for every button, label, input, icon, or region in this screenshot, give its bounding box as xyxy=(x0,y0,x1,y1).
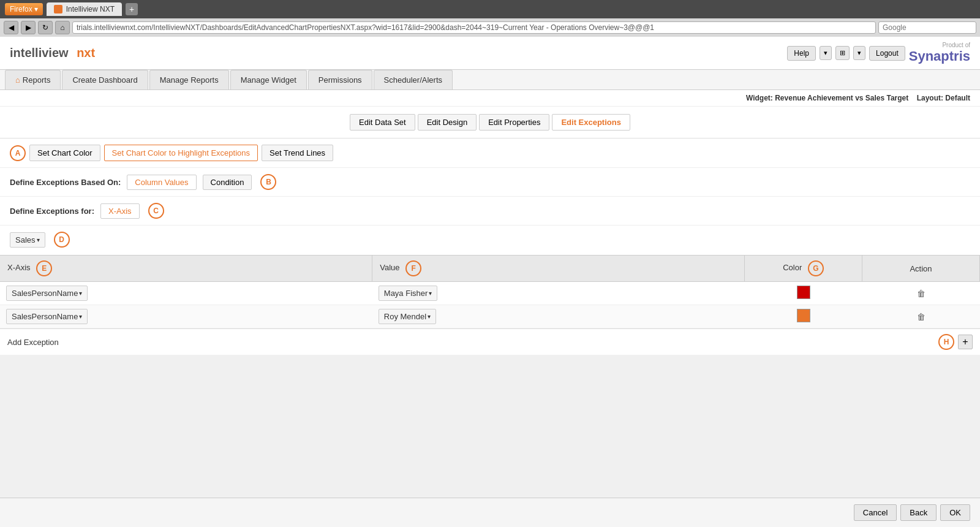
define-for-row: Define Exceptions for: X-Axis C xyxy=(0,197,980,226)
value-dropdown-2[interactable]: Roy Mendel ▾ xyxy=(379,309,436,324)
brand-name: Synaptris xyxy=(909,48,970,64)
reload-button[interactable]: ↻ xyxy=(38,21,53,34)
search-input[interactable] xyxy=(878,21,976,34)
tab-reports[interactable]: ⌂ Reports xyxy=(5,70,61,89)
xaxis-arrow-2: ▾ xyxy=(79,313,82,320)
edit-properties-tab[interactable]: Edit Properties xyxy=(479,114,549,131)
tab-permissions[interactable]: Permissions xyxy=(308,70,372,89)
forward-button[interactable]: ▶ xyxy=(21,21,36,34)
tab-create-dashboard-label: Create Dashboard xyxy=(72,75,137,85)
delete-button-2[interactable]: 🗑 xyxy=(917,312,925,322)
browser-chrome: Firefox ▾ Intelliview NXT + xyxy=(0,0,980,18)
xaxis-dropdown-1[interactable]: SalesPersonName ▾ xyxy=(6,286,88,301)
edit-dataset-label: Edit Data Set xyxy=(359,118,406,127)
browser-tab[interactable]: Intelliview NXT xyxy=(47,2,122,16)
logo: intelliview nxt xyxy=(10,46,95,60)
color-cell-1 xyxy=(745,282,862,305)
value-cell-2: Roy Mendel ▾ xyxy=(372,305,745,328)
tab-title: Intelliview NXT xyxy=(66,5,115,13)
annotation-h: H xyxy=(938,334,954,350)
firefox-dropdown-arrow: ▾ xyxy=(34,5,38,13)
layout-value: Default xyxy=(945,94,970,102)
address-bar-row: ◀ ▶ ↻ ⌂ xyxy=(0,18,980,37)
condition-button[interactable]: Condition xyxy=(203,175,252,190)
xaxis-cell-2: SalesPersonName ▾ xyxy=(0,305,372,328)
xaxis-value-2: SalesPersonName xyxy=(12,312,78,321)
value-arrow-1: ▾ xyxy=(429,290,432,297)
tab-scheduler-alerts[interactable]: Scheduler/Alerts xyxy=(374,70,453,89)
col-xaxis-label: X-Axis xyxy=(7,263,31,272)
help-label: Help xyxy=(794,49,809,58)
add-exception-button[interactable]: + xyxy=(958,335,973,349)
edit-dataset-tab[interactable]: Edit Data Set xyxy=(350,114,415,131)
grid-dropdown-button[interactable]: ▾ xyxy=(853,46,865,60)
new-tab-button[interactable]: + xyxy=(126,3,138,15)
tab-reports-label: Reports xyxy=(23,75,51,85)
nav-tabs: ⌂ Reports Create Dashboard Manage Report… xyxy=(0,70,980,90)
widget-info: Widget: Revenue Achievement vs Sales Tar… xyxy=(0,90,980,107)
column-values-label: Column Values xyxy=(135,178,188,187)
synaptris-logo: Product of Synaptris xyxy=(909,42,970,64)
logout-button[interactable]: Logout xyxy=(869,46,905,61)
xaxis-value-1: SalesPersonName xyxy=(12,289,78,298)
help-button[interactable]: Help xyxy=(787,46,816,61)
tab-scheduler-alerts-label: Scheduler/Alerts xyxy=(384,75,442,85)
tab-create-dashboard[interactable]: Create Dashboard xyxy=(62,70,148,89)
xaxis-arrow-1: ▾ xyxy=(79,290,82,297)
highlight-exceptions-button[interactable]: Set Chart Color to Highlight Exceptions xyxy=(104,145,258,161)
product-of-text: Product of xyxy=(942,42,970,48)
sales-label: Sales xyxy=(15,235,36,245)
col-action-label: Action xyxy=(910,264,932,273)
x-axis-button[interactable]: X-Axis xyxy=(100,203,140,219)
annotation-b: B xyxy=(260,174,276,190)
column-values-button[interactable]: Column Values xyxy=(127,175,196,190)
logout-label: Logout xyxy=(876,49,899,58)
value-selected-2: Roy Mendel xyxy=(384,312,426,321)
set-chart-color-button[interactable]: Set Chart Color xyxy=(29,145,100,161)
color-swatch-1[interactable] xyxy=(797,286,810,299)
edit-design-label: Edit Design xyxy=(427,118,467,127)
table-row: SalesPersonName ▾ Roy Mendel ▾ 🗑 xyxy=(0,305,980,328)
tab-manage-widget-label: Manage Widget xyxy=(241,75,296,85)
home-icon: ⌂ xyxy=(15,75,20,85)
color-swatch-2[interactable] xyxy=(797,309,810,322)
toolbar-row: A Set Chart Color Set Chart Color to Hig… xyxy=(0,138,980,168)
edit-design-tab[interactable]: Edit Design xyxy=(418,114,477,131)
x-axis-label: X-Axis xyxy=(108,207,132,216)
header-right: Help ▾ ⊞ ▾ Logout Product of Synaptris xyxy=(787,42,970,64)
edit-exceptions-tab[interactable]: Edit Exceptions xyxy=(552,114,630,131)
annotation-c: C xyxy=(148,203,164,219)
tab-manage-widget[interactable]: Manage Widget xyxy=(230,70,307,89)
action-cell-1: 🗑 xyxy=(862,282,980,305)
address-bar-input[interactable] xyxy=(72,21,876,34)
grid-button[interactable]: ⊞ xyxy=(835,46,850,60)
annotation-e: E xyxy=(36,260,52,276)
widget-label: Widget: xyxy=(746,94,773,102)
back-button[interactable]: ◀ xyxy=(4,21,18,34)
value-arrow-2: ▾ xyxy=(428,313,431,320)
widget-value: Revenue Achievement vs Sales Target xyxy=(775,94,908,102)
sales-row: Sales ▾ D xyxy=(0,226,980,256)
tab-permissions-label: Permissions xyxy=(318,75,362,85)
home-button[interactable]: ⌂ xyxy=(55,21,70,34)
value-dropdown-1[interactable]: Maya Fisher ▾ xyxy=(379,286,438,301)
define-for-label: Define Exceptions for: xyxy=(10,207,94,216)
sales-dropdown[interactable]: Sales ▾ xyxy=(10,232,45,248)
firefox-label: Firefox xyxy=(10,5,32,13)
exceptions-table: X-Axis E Value F Color G Action xyxy=(0,256,980,328)
condition-label: Condition xyxy=(211,178,244,187)
define-exceptions-row: Define Exceptions Based On: Column Value… xyxy=(0,168,980,197)
help-dropdown-button[interactable]: ▾ xyxy=(820,46,832,60)
delete-button-1[interactable]: 🗑 xyxy=(917,289,925,298)
col-header-xaxis: X-Axis E xyxy=(0,256,372,282)
annotation-g: G xyxy=(808,260,824,276)
tab-manage-reports[interactable]: Manage Reports xyxy=(149,70,229,89)
logo-nxt: nxt xyxy=(77,46,95,60)
firefox-button[interactable]: Firefox ▾ xyxy=(5,3,43,15)
col-header-color: Color G xyxy=(745,256,862,282)
add-exception-row: Add Exception H + xyxy=(0,328,980,355)
xaxis-dropdown-2[interactable]: SalesPersonName ▾ xyxy=(6,309,88,324)
set-trend-lines-button[interactable]: Set Trend Lines xyxy=(262,145,333,161)
col-header-action: Action xyxy=(862,256,980,282)
add-btn-icon: + xyxy=(962,336,968,347)
